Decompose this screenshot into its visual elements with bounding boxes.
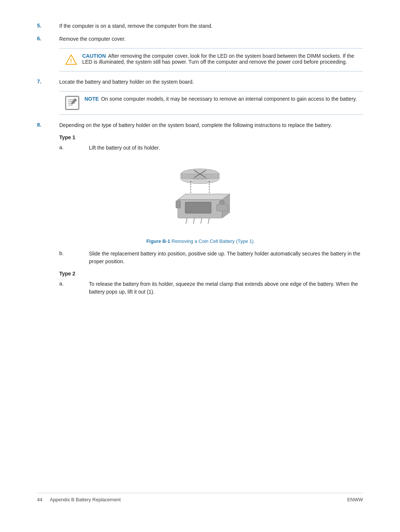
type2-substep-a-row: a. To release the battery from its holde… [59, 280, 363, 296]
step-6-number: 6. [37, 35, 59, 41]
step-8-number: 8. [37, 121, 59, 128]
type2-a-row: a. To release the battery from its holde… [59, 280, 363, 296]
svg-rect-9 [181, 174, 219, 178]
type1-b-text: Slide the replacement battery into posit… [89, 250, 363, 265]
type1-a-row: a. Lift the battery out of its holder. [59, 144, 363, 152]
svg-rect-20 [217, 204, 228, 211]
page-footer: 44 Appendix B Battery Replacement ENWW [37, 493, 363, 502]
type1-substep-b-row: b. Slide the replacement battery into po… [59, 250, 363, 265]
footer-right: ENWW [347, 497, 363, 502]
step-8-row: 8. Depending on the type of battery hold… [37, 121, 363, 129]
type2-heading: Type 2 [59, 271, 363, 277]
svg-text:!: ! [70, 58, 72, 64]
content-area: 5. If the computer is on a stand, remove… [37, 22, 363, 493]
footer-left: 44 Appendix B Battery Replacement [37, 497, 121, 502]
step-7-number: 7. [37, 78, 59, 84]
svg-line-21 [186, 218, 187, 224]
note-content: NOTEOn some computer models, it may be n… [84, 96, 357, 102]
figure-b1-caption-text: Removing a Coin Cell Battery (Type 1) [170, 238, 253, 244]
type1-a-text: Lift the battery out of its holder. [89, 144, 363, 152]
svg-rect-18 [176, 201, 180, 208]
type1-b-label: b. [59, 250, 89, 256]
battery-illustration [159, 161, 241, 235]
svg-rect-17 [185, 202, 211, 213]
svg-marker-15 [178, 194, 230, 200]
type1-substep-a-row: a. Lift the battery out of its holder. [59, 144, 363, 152]
type1-a-label: a. [59, 144, 89, 150]
note-icon [65, 96, 79, 110]
step-6-row: 6. Remove the computer cover. [37, 35, 363, 43]
type1-heading: Type 1 [59, 134, 363, 140]
footer-page-num: 44 [37, 497, 42, 502]
step-6-text: Remove the computer cover. [59, 35, 363, 43]
caution-content: CAUTIONAfter removing the computer cover… [82, 53, 357, 65]
note-text: On some computer models, it may be neces… [101, 96, 357, 102]
step-5-text: If the computer is on a stand, remove th… [59, 22, 363, 30]
step-7-text: Locate the battery and battery holder on… [59, 78, 363, 86]
svg-line-23 [201, 218, 202, 224]
caution-text: After removing the computer cover, look … [82, 53, 354, 65]
footer-appendix: Appendix B Battery Replacement [50, 497, 121, 502]
svg-line-24 [208, 218, 209, 224]
type2-a-label: a. [59, 280, 89, 287]
type2-a-text: To release the battery from its holder, … [89, 280, 363, 296]
figure-b1-label: Figure B-1 [146, 238, 170, 244]
note-box: NOTEOn some computer models, it may be n… [59, 91, 363, 115]
step-5-number: 5. [37, 22, 59, 29]
step-5-row: 5. If the computer is on a stand, remove… [37, 22, 363, 30]
type1-b-row: b. Slide the replacement battery into po… [59, 250, 363, 265]
step-7-row: 7. Locate the battery and battery holder… [37, 78, 363, 86]
step-8-text: Depending on the type of battery holder … [59, 121, 363, 129]
figure-b1-caption: Figure B-1 Removing a Coin Cell Battery … [146, 238, 254, 244]
page: 5. If the computer is on a stand, remove… [0, 0, 400, 532]
caution-label: CAUTION [82, 53, 106, 59]
caution-triangle-icon: ! [65, 54, 77, 67]
svg-line-22 [193, 218, 194, 224]
figure-b1-container: Figure B-1 Removing a Coin Cell Battery … [37, 161, 363, 244]
note-label: NOTE [84, 96, 99, 102]
caution-box: ! CAUTIONAfter removing the computer cov… [59, 48, 363, 71]
